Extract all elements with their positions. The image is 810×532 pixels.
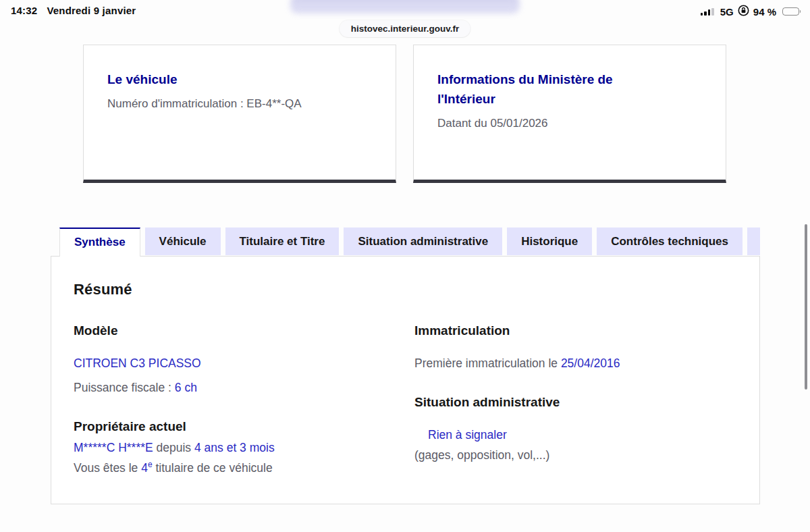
- status-date: Vendredi 9 janvier: [47, 5, 136, 16]
- holder-prefix: Vous êtes le: [74, 461, 141, 475]
- tab-vehicule[interactable]: Véhicule: [145, 228, 221, 255]
- tab-historique[interactable]: Historique: [507, 228, 592, 255]
- network-type-label: 5G: [720, 6, 734, 18]
- vertical-scrollbar-thumb[interactable]: [805, 224, 807, 390]
- holder-suffix: titulaire de ce véhicule: [153, 461, 273, 475]
- holder-number: 4e: [141, 461, 152, 475]
- battery-percent-label: 94 %: [753, 6, 776, 18]
- owner-line: M*****C H****E depuis 4 ans et 3 mois: [74, 439, 414, 456]
- first-registration-line: Première immatriculation le 25/04/2016: [414, 354, 738, 372]
- tab-titulaire-et-titre[interactable]: Titulaire et Titre: [225, 228, 340, 255]
- fiscal-power-line: Puissance fiscale : 6 ch: [74, 379, 414, 396]
- ipad-safari-screen: 14:32 Vendredi 9 janvier 5G 94 % histove…: [0, 0, 810, 532]
- registration-heading: Immatriculation: [414, 323, 738, 338]
- tab-situation-administrative[interactable]: Situation administrative: [344, 228, 502, 255]
- tab-kilometrage[interactable]: Kilométrage: [747, 228, 760, 255]
- clock: 14:32: [11, 5, 37, 16]
- owner-since-value: 4 ans et 3 mois: [194, 441, 275, 454]
- fiscal-power-label: Puissance fiscale :: [74, 381, 175, 394]
- first-registration-label: Première immatriculation le: [414, 356, 561, 370]
- owner-name: M*****C H****E: [74, 441, 153, 454]
- summary-heading: Résumé: [74, 281, 759, 298]
- status-bar: 14:32 Vendredi 9 janvier 5G 94 %: [0, 0, 810, 20]
- report-date-line: Datant du 05/01/2026: [437, 115, 703, 132]
- vehicle-card: Le véhicule Numéro d'immatriculation : E…: [83, 45, 396, 183]
- tab-synthese[interactable]: Synthèse: [59, 228, 140, 257]
- situation-note: (gages, opposition, vol,...): [414, 446, 738, 464]
- owner-since-label: depuis: [153, 441, 194, 454]
- ministry-info-card: Informations du Ministère de l'Intérieur…: [413, 45, 726, 183]
- summary-right-column: Immatriculation Première immatriculation…: [414, 323, 738, 477]
- model-name: CITROEN C3 PICASSO: [74, 356, 201, 370]
- vehicle-card-title: Le véhicule: [107, 70, 373, 89]
- tab-controles-techniques[interactable]: Contrôles techniques: [597, 228, 742, 255]
- tab-bar: Synthèse Véhicule Titulaire et Titre Sit…: [59, 228, 760, 257]
- synthese-panel: Résumé Modèle CITROEN C3 PICASSO Puissan…: [51, 256, 760, 504]
- ministry-card-title: Informations du Ministère de l'Intérieur: [437, 70, 650, 109]
- model-heading: Modèle: [74, 323, 414, 338]
- situation-status: Rien à signaler: [428, 428, 507, 442]
- registration-number-line: Numéro d'immatriculation : EB-4**-QA: [107, 95, 373, 113]
- first-registration-date: 25/04/2016: [561, 356, 620, 370]
- summary-left-column: Modèle CITROEN C3 PICASSO Puissance fisc…: [74, 323, 414, 477]
- situation-heading: Situation administrative: [414, 395, 738, 410]
- fiscal-power-value: 6 ch: [175, 381, 197, 394]
- owner-heading: Propriétaire actuel: [74, 419, 414, 434]
- battery-icon: [782, 7, 801, 16]
- orientation-lock-icon: [738, 5, 749, 18]
- cellular-signal-icon: [701, 8, 714, 16]
- holder-rank-line: Vous êtes le 4e titulaire de ce véhicule: [74, 459, 414, 477]
- address-bar-pill[interactable]: histovec.interieur.gouv.fr: [340, 20, 470, 37]
